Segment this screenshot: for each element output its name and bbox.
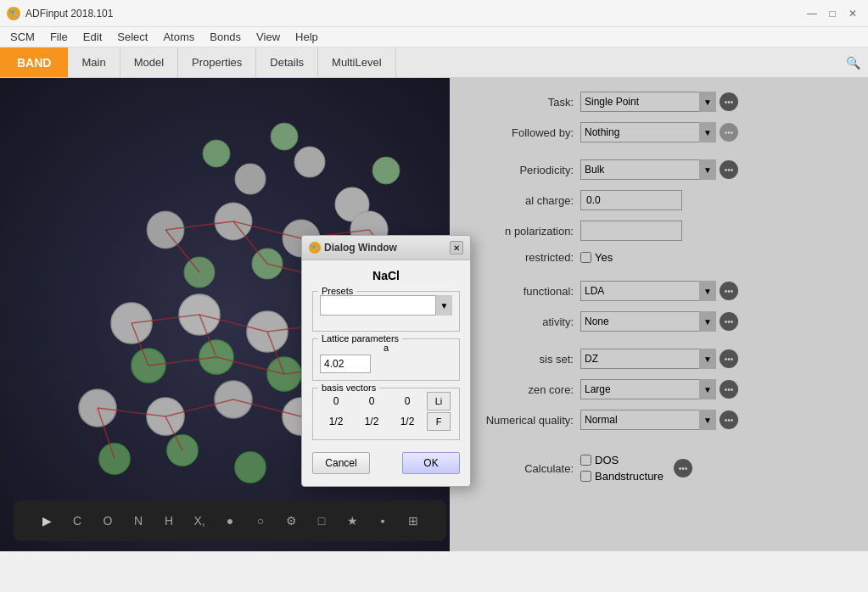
maximize-button[interactable]: □ [824,5,841,22]
dialog-body: NaCl Presets ▼ Lattice p [302,260,470,486]
tab-details[interactable]: Details [256,47,318,77]
basis-row-1: 0 0 0 Li [320,392,452,410]
title-bar-left: 🔧 ADFinput 2018.101 [7,7,113,20]
app-icon: 🔧 [7,7,20,20]
menu-select[interactable]: Select [110,29,154,45]
basis-legend: basis vectors [318,383,379,393]
dialog-close-button[interactable]: ✕ [450,241,463,254]
menu-view[interactable]: View [249,29,287,45]
dialog-overlay: 🔧 Dialog Window ✕ NaCl Presets [0,78,868,551]
ok-button[interactable]: OK [402,452,460,474]
presets-select-wrapper: ▼ [320,295,452,316]
lattice-legend: Lattice parameters [318,333,402,343]
menu-atoms[interactable]: Atoms [156,29,201,45]
tab-spacer [396,47,837,77]
menu-scm[interactable]: SCM [3,29,42,45]
basis-r1-v1: 0 [320,395,352,407]
dialog-title-left: 🔧 Dialog Window [309,242,397,254]
menu-file[interactable]: File [43,29,75,45]
tab-main[interactable]: Main [68,47,120,77]
menu-bonds[interactable]: Bonds [203,29,248,45]
basis-r1-atom-button[interactable]: Li [427,392,451,410]
close-button[interactable]: ✕ [844,5,861,22]
menu-help[interactable]: Help [288,29,325,45]
lattice-a-label: a [320,343,452,353]
basis-section: basis vectors 0 0 0 Li 1/2 1/2 1/2 F [312,388,460,440]
basis-r1-v2: 0 [356,395,388,407]
basis-r1-v3: 0 [391,395,423,407]
basis-row-2: 1/2 1/2 1/2 F [320,412,452,431]
basis-r2-v3: 1/2 [391,416,423,427]
tab-multilevel[interactable]: MultiLevel [318,47,396,77]
app-title: ADFinput 2018.101 [25,8,113,20]
tab-band[interactable]: BAND [0,47,68,77]
dialog-footer: Cancel OK [312,449,460,478]
tab-properties[interactable]: Properties [178,47,256,77]
lattice-a-input[interactable] [320,355,371,373]
cancel-button[interactable]: Cancel [312,452,370,474]
menu-edit[interactable]: Edit [76,29,109,45]
dialog-titlebar: 🔧 Dialog Window ✕ [302,236,470,260]
tab-model[interactable]: Model [120,47,178,77]
dialog-title: Dialog Window [324,242,397,254]
presets-select[interactable] [320,295,452,316]
basis-r2-v2: 1/2 [356,416,388,427]
minimize-button[interactable]: — [804,5,820,22]
tab-bar: BAND Main Model Properties Details Multi… [0,47,868,78]
search-button[interactable]: 🔍 [837,47,868,77]
menu-bar: SCM File Edit Select Atoms Bonds View He… [0,27,868,47]
lattice-section: Lattice parameters a [312,338,460,381]
dialog-compound: NaCl [312,269,460,282]
window-controls: — □ ✕ [804,5,861,22]
dialog-window: 🔧 Dialog Window ✕ NaCl Presets [301,235,471,487]
title-bar: 🔧 ADFinput 2018.101 — □ ✕ [0,0,868,27]
presets-row: ▼ [320,295,452,316]
presets-section: Presets ▼ [312,291,460,332]
basis-r2-v1: 1/2 [320,416,352,427]
basis-r2-atom-button[interactable]: F [427,412,451,431]
dialog-icon: 🔧 [309,242,321,254]
